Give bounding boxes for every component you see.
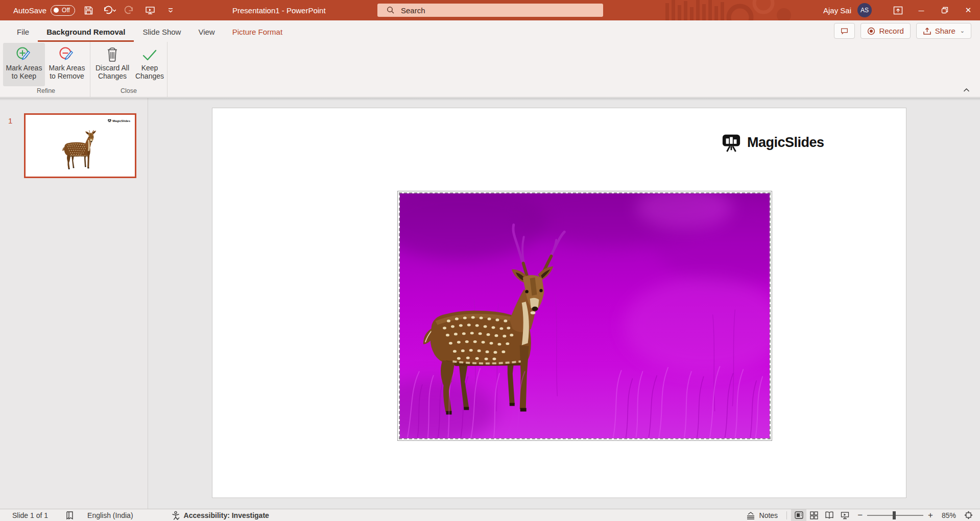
share-button[interactable]: Share ⌄ <box>916 23 971 39</box>
window-title: Presentation1 - PowerPoint <box>232 6 326 15</box>
discard-all-changes-button[interactable]: Discard All Changes <box>91 43 133 86</box>
group-label-refine: Refine <box>3 86 89 97</box>
slide-thumbnail-panel: 1 MagicSlides <box>0 98 148 509</box>
status-bar: Slide 1 of 1 English (India) Accessibili… <box>0 509 980 521</box>
toggle-dot-icon <box>54 8 59 13</box>
zoom-slider-thumb[interactable] <box>893 511 896 519</box>
accessibility-label: Accessibility: Investigate <box>184 511 269 519</box>
autosave-toggle[interactable]: Off <box>51 5 75 16</box>
record-icon <box>867 27 875 35</box>
comment-icon <box>841 27 848 35</box>
redo-button[interactable] <box>123 4 136 17</box>
ribbon: Mark Areas to Keep Mark Areas to Remove … <box>0 42 980 97</box>
spell-check-icon <box>65 511 74 520</box>
zoom-slider[interactable] <box>867 515 923 516</box>
avatar[interactable]: AS <box>857 3 872 17</box>
mark-areas-to-remove-button[interactable]: Mark Areas to Remove <box>45 43 89 86</box>
reading-view-icon <box>825 511 834 519</box>
zoom-in-button[interactable]: + <box>928 511 933 519</box>
tab-picture-format[interactable]: Picture Format <box>224 22 291 42</box>
fit-to-window-icon <box>964 511 973 519</box>
share-chevron-icon[interactable]: ⌄ <box>960 28 965 34</box>
minimize-button[interactable]: ─ <box>910 0 933 20</box>
mark-areas-remove-icon <box>58 45 76 64</box>
collapse-ribbon-button[interactable] <box>961 85 972 94</box>
search-icon <box>387 6 395 14</box>
slide-sorter-view-button[interactable] <box>806 509 822 521</box>
accessibility-button[interactable]: Accessibility: Investigate <box>166 509 274 521</box>
tab-file[interactable]: File <box>8 22 38 42</box>
fit-slide-to-window-button[interactable] <box>961 509 976 521</box>
save-button[interactable] <box>82 4 95 17</box>
start-slideshow-button[interactable] <box>144 4 157 17</box>
normal-view-icon <box>795 511 803 519</box>
search-input[interactable]: Search <box>377 4 603 17</box>
notes-button[interactable]: Notes <box>741 509 783 521</box>
undo-icon <box>103 6 116 15</box>
ribbon-group-close: Discard All Changes Keep Changes Close <box>90 42 168 97</box>
button-label-line1: Keep <box>141 64 158 72</box>
ribbon-tab-row: File Background Removal Slide Show View … <box>0 20 980 42</box>
autosave-label: AutoSave <box>13 6 46 15</box>
button-label-line1: Mark Areas <box>49 64 85 72</box>
slide-show-icon <box>841 511 849 519</box>
mark-areas-to-keep-button[interactable]: Mark Areas to Keep <box>3 43 45 86</box>
statusbar-separator <box>786 511 787 519</box>
language-button[interactable]: English (India) <box>83 509 138 521</box>
chevron-down-icon <box>167 7 174 13</box>
button-label-line2: to Keep <box>12 72 36 80</box>
slide-show-view-button[interactable] <box>837 509 852 521</box>
button-label-line2: Changes <box>135 72 164 80</box>
button-label-line1: Discard All <box>95 64 129 72</box>
group-label-close: Close <box>91 86 166 97</box>
slide-indicator: Slide 1 of 1 <box>12 509 53 521</box>
title-bar: AutoSave Off Presentation1 - PowerPoint … <box>0 0 980 20</box>
close-button[interactable]: ✕ <box>957 0 980 20</box>
slide-canvas[interactable]: MagicSlides <box>148 98 980 509</box>
spell-check-button[interactable] <box>61 509 79 521</box>
magicslides-logo-icon <box>108 119 111 122</box>
zoom-out-button[interactable]: − <box>857 511 863 519</box>
selection-marquee <box>399 192 771 439</box>
deer-photo-with-magenta-overlay <box>400 193 770 438</box>
notes-icon <box>746 511 756 519</box>
magicslides-logo: MagicSlides <box>721 133 824 152</box>
autosave-state: Off <box>62 7 70 14</box>
redo-icon <box>125 6 134 15</box>
qat-overflow-button[interactable] <box>164 4 177 17</box>
slide-thumbnail[interactable]: MagicSlides <box>24 113 136 178</box>
notes-label: Notes <box>759 511 778 519</box>
button-label-line2: Changes <box>98 72 127 80</box>
reading-view-button[interactable] <box>822 509 837 521</box>
record-label: Record <box>879 27 903 35</box>
tab-view[interactable]: View <box>189 22 223 42</box>
zoom-percentage[interactable]: 85% <box>938 511 956 519</box>
comments-button[interactable] <box>834 23 855 39</box>
titlebar-decoration <box>663 0 811 20</box>
mark-areas-keep-icon <box>15 45 33 64</box>
slideshow-icon <box>145 6 155 15</box>
magicslides-logo-icon <box>721 133 742 152</box>
user-name: Ajay Sai <box>823 6 851 15</box>
keep-changes-button[interactable]: Keep Changes <box>133 43 166 86</box>
restore-icon <box>941 7 948 14</box>
background-removal-picture[interactable] <box>397 191 772 441</box>
tab-background-removal[interactable]: Background Removal <box>38 22 134 42</box>
restore-button[interactable] <box>933 0 957 20</box>
ribbon-display-options-button[interactable] <box>886 0 910 20</box>
ribbon-display-options-icon <box>893 6 903 15</box>
record-button[interactable]: Record <box>861 23 910 39</box>
slide-number: 1 <box>8 116 12 125</box>
undo-button[interactable] <box>103 4 116 17</box>
button-label-line1: Mark Areas <box>6 64 42 72</box>
thumbnail-logo-text: MagicSlides <box>112 119 130 122</box>
slide[interactable]: MagicSlides <box>212 108 906 498</box>
share-icon <box>923 27 931 35</box>
autosave-control[interactable]: AutoSave Off <box>13 5 75 16</box>
button-label-line2: to Remove <box>50 72 84 80</box>
minimize-icon: ─ <box>919 6 924 15</box>
tab-slide-show[interactable]: Slide Show <box>134 22 189 42</box>
normal-view-button[interactable] <box>791 509 806 521</box>
close-icon: ✕ <box>965 6 972 15</box>
trash-icon <box>106 45 119 64</box>
